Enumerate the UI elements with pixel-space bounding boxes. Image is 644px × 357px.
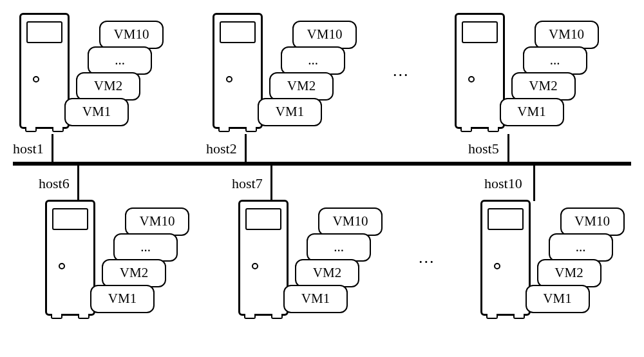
label-host5: host5: [468, 140, 499, 157]
vm-card: VM10: [125, 207, 189, 236]
vm-stack: VM10 ... VM2 VM1: [64, 21, 155, 127]
vm-label: VM2: [554, 265, 583, 281]
vm-card: VM2: [102, 259, 166, 287]
vm-stack: VM10 ... VM2 VM1: [500, 21, 590, 127]
server-led-icon: [33, 76, 39, 82]
vm-label: VM1: [108, 291, 137, 307]
label-host6: host6: [39, 175, 70, 192]
server-led-icon: [59, 263, 65, 269]
server-icon: [480, 200, 531, 316]
server-icon: [45, 200, 95, 316]
vm-card: VM2: [537, 259, 601, 287]
vm-label: VM10: [140, 213, 175, 229]
vm-card: VM1: [258, 98, 322, 126]
ellipsis: ...: [393, 61, 410, 81]
vm-label: ...: [115, 52, 125, 68]
server-led-icon: [494, 263, 500, 269]
vm-card: ...: [307, 233, 371, 262]
vm-stack: VM10 ... VM2 VM1: [526, 207, 616, 314]
vm-card: VM2: [295, 259, 359, 287]
vm-label: VM10: [549, 26, 584, 43]
server-icon: [19, 13, 70, 129]
vm-card: ...: [88, 46, 152, 75]
server-led-icon: [252, 263, 258, 269]
vm-card: ...: [523, 46, 587, 75]
vm-label: VM1: [517, 104, 545, 120]
host-group-7: VM10 ... VM2 VM1: [238, 200, 374, 316]
vm-label: VM2: [287, 78, 316, 94]
vm-label: VM10: [574, 213, 610, 229]
vm-stack: VM10 ... VM2 VM1: [258, 21, 348, 127]
vm-card: VM10: [560, 207, 625, 236]
vm-card: ...: [113, 233, 178, 262]
vm-card: VM10: [99, 21, 164, 49]
vm-card: VM10: [318, 207, 383, 236]
vm-card: VM2: [511, 72, 576, 101]
vm-card: ...: [281, 46, 345, 75]
vm-card: VM1: [526, 285, 590, 313]
host-group-1: VM10 ... VM2 VM1: [19, 13, 155, 129]
bottom-row: VM10 ... VM2 VM1 VM10 ... VM2 VM1 ... VM…: [45, 200, 616, 316]
vm-card: VM1: [90, 285, 155, 313]
top-row: VM10 ... VM2 VM1 VM10 ... VM2 VM1 ... VM…: [19, 13, 590, 129]
vm-label: VM1: [301, 291, 330, 307]
label-host10: host10: [484, 175, 522, 192]
connector-host10: [533, 164, 535, 201]
server-feet-icon: [51, 314, 90, 320]
host-group-5: VM10 ... VM2 VM1: [455, 13, 590, 129]
server-feet-icon: [218, 127, 257, 133]
vm-card: VM10: [535, 21, 599, 49]
vm-stack: VM10 ... VM2 VM1: [90, 207, 180, 314]
vm-label: VM1: [82, 104, 111, 120]
vm-card: VM1: [64, 98, 129, 126]
vm-label: VM2: [529, 78, 557, 94]
vm-label: VM1: [543, 291, 571, 307]
host-group-6: VM10 ... VM2 VM1: [45, 200, 180, 316]
label-host7: host7: [232, 175, 263, 192]
vm-label: ...: [550, 52, 560, 68]
vm-label: VM10: [333, 213, 368, 229]
vm-label: VM10: [114, 26, 149, 43]
server-feet-icon: [486, 314, 525, 320]
vm-card: VM1: [283, 285, 348, 313]
label-host2: host2: [206, 140, 237, 157]
vm-label: ...: [308, 52, 318, 68]
vm-label: VM2: [94, 78, 122, 94]
connector-host2: [245, 134, 247, 163]
server-feet-icon: [25, 127, 64, 133]
host-group-2: VM10 ... VM2 VM1: [213, 13, 348, 129]
host-group-10: VM10 ... VM2 VM1: [480, 200, 616, 316]
server-feet-icon: [460, 127, 499, 133]
vm-card: VM2: [76, 72, 140, 101]
connector-host6: [77, 164, 79, 201]
vm-label: ...: [140, 239, 151, 255]
server-icon: [238, 200, 289, 316]
vm-label: VM2: [120, 265, 148, 281]
server-led-icon: [468, 76, 475, 82]
label-host1: host1: [13, 140, 44, 157]
vm-card: ...: [549, 233, 613, 262]
vm-label: VM2: [313, 265, 341, 281]
vm-label: ...: [576, 239, 586, 255]
server-led-icon: [226, 76, 232, 82]
vm-label: VM10: [307, 26, 343, 43]
ellipsis: ...: [419, 248, 435, 267]
connector-host1: [52, 134, 53, 163]
connector-host5: [507, 134, 509, 163]
vm-card: VM2: [269, 72, 334, 101]
server-icon: [455, 13, 505, 129]
vm-card: VM10: [292, 21, 357, 49]
connector-host7: [270, 164, 272, 201]
vm-label: VM1: [276, 104, 304, 120]
vm-stack: VM10 ... VM2 VM1: [283, 207, 374, 314]
server-feet-icon: [244, 314, 283, 320]
vm-card: VM1: [500, 98, 564, 126]
network-bus-line: [13, 162, 631, 166]
vm-label: ...: [334, 239, 344, 255]
server-icon: [213, 13, 263, 129]
